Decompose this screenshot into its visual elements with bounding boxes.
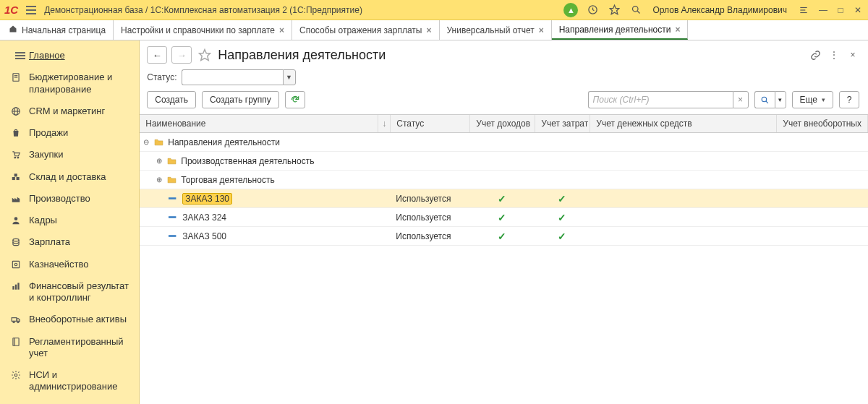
sidebar-item-budgeting[interactable]: Бюджетирование и планирование	[0, 66, 139, 100]
main-menu-icon[interactable]	[24, 3, 38, 17]
sidebar-item-label: Кадры	[29, 215, 132, 226]
col-expense[interactable]: Учет затрат	[535, 115, 590, 132]
sidebar-item-purchases[interactable]: Закупки	[0, 144, 139, 166]
col-cash[interactable]: Учет денежных средств	[590, 115, 777, 132]
tab-payroll-settings[interactable]: Настройки и справочники по зарплате ×	[114, 20, 292, 40]
find-button[interactable]: ▾	[754, 91, 786, 108]
search-input[interactable]	[588, 91, 733, 108]
sort-indicator-icon[interactable]: ↓	[378, 115, 391, 132]
svg-point-14	[17, 157, 19, 158]
svg-rect-28	[13, 338, 19, 345]
sidebar-item-treasury[interactable]: Казначейство	[0, 254, 139, 275]
nav-back-button[interactable]: ←	[147, 46, 167, 64]
row-status: Используется	[390, 194, 469, 204]
tree-item-row[interactable]: ЗАКАЗ 324 Используется ✓ ✓	[140, 208, 868, 227]
sidebar-item-main[interactable]: Главное	[0, 45, 139, 66]
check-icon: ✓	[558, 231, 566, 242]
status-filter[interactable]: ▼	[182, 69, 296, 85]
sidebar-item-hr[interactable]: Кадры	[0, 210, 139, 231]
chevron-down-icon: ▾	[822, 96, 825, 103]
book-icon	[10, 336, 22, 348]
collapse-icon[interactable]: ⊖	[142, 138, 150, 146]
nav-forward-button[interactable]: →	[171, 46, 192, 64]
svg-rect-16	[17, 177, 20, 180]
sidebar-item-label: CRM и маркетинг	[29, 106, 132, 117]
tab-home[interactable]: Начальная страница	[3, 20, 114, 40]
search-icon[interactable]	[628, 2, 644, 18]
help-button[interactable]: ?	[839, 91, 859, 108]
chevron-down-icon[interactable]: ▼	[283, 69, 296, 85]
sidebar-item-label: Продажи	[29, 127, 132, 139]
col-name[interactable]: Наименование	[140, 115, 378, 132]
favorite-star-icon[interactable]	[197, 48, 212, 62]
svg-point-30	[14, 374, 17, 377]
tree-group-row[interactable]: ⊕ Производственная деятельность	[140, 152, 868, 171]
more-button[interactable]: Еще▾	[792, 91, 833, 108]
app-title: Демонстрационная база / 1С:Комплексная а…	[44, 5, 362, 15]
tab-universal-report[interactable]: Универсальный отчет ×	[440, 20, 552, 40]
sidebar-item-crm[interactable]: CRM и маркетинг	[0, 100, 139, 122]
expand-icon[interactable]: ⊕	[156, 176, 163, 184]
refresh-button[interactable]	[285, 91, 305, 108]
folder-icon	[154, 138, 163, 146]
close-button[interactable]: ✕	[852, 4, 864, 16]
tab-activity-directions[interactable]: Направления деятельности ×	[552, 20, 689, 40]
create-group-button[interactable]: Создать группу	[202, 91, 279, 108]
svg-rect-35	[169, 216, 176, 218]
sidebar-item-label: Казначейство	[29, 259, 132, 270]
sidebar-item-nsi[interactable]: НСИ и администрирование	[0, 364, 139, 398]
tree-root-row[interactable]: ⊖ Направления деятельности	[140, 133, 868, 152]
link-icon[interactable]	[809, 48, 822, 61]
status-filter-field[interactable]	[182, 69, 283, 85]
col-status[interactable]: Статус	[391, 115, 470, 132]
sidebar-item-salary[interactable]: Зарплата	[0, 231, 139, 253]
factory-icon	[10, 193, 22, 205]
close-icon[interactable]: ×	[675, 25, 680, 35]
close-icon[interactable]: ×	[539, 25, 544, 35]
sidebar-item-fixed-assets[interactable]: Внеоборотные активы	[0, 309, 139, 330]
sidebar-item-production[interactable]: Производство	[0, 188, 139, 210]
sidebar-item-regaccounting[interactable]: Регламентированный учет	[0, 331, 139, 365]
svg-rect-15	[12, 177, 15, 180]
bag-icon	[10, 127, 22, 139]
maximize-button[interactable]: □	[835, 4, 846, 16]
coins-icon	[10, 236, 22, 248]
sidebar-item-label: Бюджетирование и планирование	[29, 72, 132, 95]
item-icon	[169, 194, 178, 202]
sidebar-item-finresult[interactable]: Финансовый результат и контроллинг	[0, 275, 139, 309]
search-clear-icon[interactable]: ×	[733, 91, 749, 108]
svg-rect-34	[169, 197, 176, 199]
row-label: Направления деятельности	[168, 137, 280, 147]
sidebar-item-label: Зарплата	[29, 236, 132, 248]
col-income[interactable]: Учет доходов	[470, 115, 535, 132]
sidebar-item-sales[interactable]: Продажи	[0, 122, 139, 144]
svg-point-19	[13, 239, 19, 242]
row-label: Производственная деятельность	[181, 156, 314, 166]
star-icon[interactable]	[606, 2, 622, 18]
close-icon[interactable]: ×	[279, 25, 284, 35]
close-page-icon[interactable]: ×	[846, 48, 859, 61]
tree-item-row[interactable]: ЗАКАЗ 130 Используется ✓ ✓	[140, 189, 868, 208]
chevron-down-icon[interactable]: ▾	[775, 91, 786, 108]
bell-icon[interactable]: ▲	[563, 2, 579, 18]
svg-rect-20	[12, 261, 19, 267]
expand-icon[interactable]: ⊕	[156, 157, 163, 165]
settings-icon[interactable]	[796, 2, 812, 18]
sidebar-item-warehouse[interactable]: Склад и доставка	[0, 166, 139, 188]
history-icon[interactable]	[584, 2, 600, 18]
tree-group-row[interactable]: ⊕ Торговая деятельность	[140, 171, 868, 189]
tree-item-row[interactable]: ЗАКАЗ 500 Используется ✓ ✓	[140, 227, 868, 246]
row-label: ЗАКАЗ 324	[182, 212, 226, 223]
tab-payroll-reflection[interactable]: Способы отражения зарплаты ×	[292, 20, 440, 40]
current-user[interactable]: Орлов Александр Владимирович	[652, 5, 787, 15]
close-icon[interactable]: ×	[427, 25, 432, 35]
tree-grid: ⊖ Направления деятельности ⊕ Производств…	[140, 133, 868, 246]
svg-marker-31	[200, 50, 210, 61]
col-fixed[interactable]: Учет внеоборотных	[777, 115, 868, 132]
create-button[interactable]: Создать	[147, 91, 196, 108]
kebab-icon[interactable]: ⋮	[827, 48, 841, 61]
item-icon	[169, 213, 178, 221]
search-field[interactable]: ×	[588, 91, 749, 108]
minimize-button[interactable]: —	[817, 4, 829, 16]
svg-rect-24	[17, 283, 19, 289]
